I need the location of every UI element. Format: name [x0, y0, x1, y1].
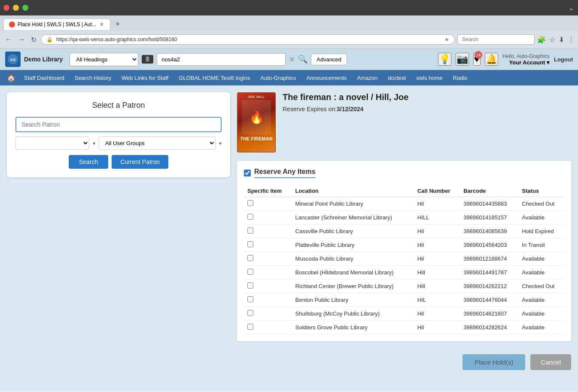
cancel-button[interactable]: Cancel	[530, 354, 571, 370]
item-status-5: Available	[518, 266, 564, 280]
notifications-wrap[interactable]: ♥ 14	[473, 53, 481, 66]
patron-panel-title: Select a Patron	[15, 101, 222, 110]
user-group-select[interactable]: All User Groups	[99, 137, 216, 150]
window-minimize-btn[interactable]	[13, 5, 19, 11]
search-heading-select[interactable]: All Headings	[70, 53, 138, 66]
table-row: Shullsburg (McCoy Public Library) Hil 39…	[244, 307, 564, 321]
search-button[interactable]: Search	[69, 155, 108, 169]
item-location-9: Soldiers Grove Public Library	[292, 321, 414, 334]
item-checkbox-1[interactable]	[247, 214, 253, 220]
nav-doctest[interactable]: doctest	[383, 71, 411, 85]
item-location-5: Boscobel (Hildebrand Memorial Library)	[292, 266, 414, 280]
reserve-any-checkbox[interactable]	[244, 170, 251, 176]
book-cover-title: THE FIREMAN	[240, 136, 272, 141]
header-right: 💡 📷 ♥ 14 🔔 Hello, Auto-Graphics Your Acc…	[438, 53, 573, 66]
settings-button[interactable]: ⋮	[568, 36, 575, 44]
item-checkbox-3[interactable]	[247, 241, 253, 247]
address-bar[interactable]: 🔒 https://qa-swls-verso.auto-graphics.co…	[41, 34, 455, 45]
back-button[interactable]: ←	[3, 34, 14, 45]
bell-icon[interactable]: 🔔	[485, 53, 498, 66]
tab-close-button[interactable]: ✕	[99, 21, 105, 27]
place-hold-button[interactable]: Place Hold(s)	[462, 354, 525, 370]
item-location-6: Richland Center (Brewer Public Library)	[292, 280, 414, 293]
item-checkbox-7[interactable]	[247, 296, 253, 302]
camera-icon[interactable]: 📷	[456, 53, 469, 66]
table-row: Cassville Public Library Hil 39896014085…	[244, 225, 564, 238]
table-row: Muscoda Public Library Hil 3989601218867…	[244, 252, 564, 266]
book-cover: JOE HILL 🔥 THE FIREMAN	[237, 92, 276, 152]
tab-favicon	[9, 21, 15, 27]
item-checkbox-0[interactable]	[247, 200, 253, 206]
account-label[interactable]: Your Account ▾	[502, 59, 550, 66]
address-bar-row: ← → ↻ 🔒 https://qa-swls-verso.auto-graph…	[0, 31, 578, 48]
downloads-button[interactable]: ⬇	[559, 36, 564, 44]
reserve-title: Reserve Any Items	[254, 168, 316, 178]
patron-filter-select[interactable]	[15, 137, 89, 150]
reload-button[interactable]: ↻	[29, 34, 38, 46]
patron-search-input[interactable]	[15, 117, 222, 132]
search-submit-button[interactable]: 🔍	[298, 55, 307, 64]
main-search-input[interactable]	[157, 53, 286, 66]
advanced-search-button[interactable]: Advanced	[311, 54, 347, 65]
item-barcode-9: 39896014282624	[460, 321, 518, 334]
nav-global-home[interactable]: GLOBAL HOME Test6 logins	[173, 71, 255, 85]
expires-date: 3/12/2024	[337, 106, 363, 112]
item-checkbox-2[interactable]	[247, 228, 253, 234]
browser-search-input[interactable]	[457, 34, 535, 45]
table-row: Boscobel (Hildebrand Memorial Library) H…	[244, 266, 564, 280]
home-icon[interactable]: 🏠	[3, 70, 19, 85]
table-row: Platteville Public Library Hil 398960145…	[244, 238, 564, 252]
items-table: Specific Item Location Call Number Barco…	[244, 185, 564, 334]
tab-title: Place Hold | SWLS | SWLS | Aut...	[18, 21, 96, 27]
item-call-number-7: HIL	[414, 293, 460, 307]
item-status-3: In Transit	[518, 238, 564, 252]
item-checkbox-8[interactable]	[247, 310, 253, 316]
browser-toolbar-icons: 🧩 ☆ ⬇ ⋮	[537, 36, 575, 44]
item-location-4: Muscoda Public Library	[292, 252, 414, 266]
clear-search-button[interactable]: ✕	[289, 55, 295, 64]
nav-amazon[interactable]: Amazon	[352, 71, 383, 85]
nav-radio[interactable]: Radio	[448, 71, 473, 85]
nav-announcements[interactable]: Announcements	[301, 71, 352, 85]
window-maximize-btn[interactable]	[22, 5, 28, 11]
lightbulb-icon[interactable]: 💡	[438, 53, 451, 66]
item-call-number-8: Hil	[414, 307, 460, 321]
nav-search-history[interactable]: Search History	[70, 71, 116, 85]
nav-staff-dashboard[interactable]: Staff Dashboard	[19, 71, 70, 85]
item-checkbox-6[interactable]	[247, 283, 253, 289]
item-checkbox-5[interactable]	[247, 269, 253, 275]
item-barcode-1: 39896014185157	[460, 211, 518, 225]
book-cover-inner: JOE HILL 🔥 THE FIREMAN	[237, 93, 275, 152]
item-barcode-0: 39896014435883	[460, 197, 518, 211]
reserve-section: Reserve Any Items Specific Item Location…	[237, 161, 571, 341]
nav-web-links[interactable]: Web Links for Staff	[116, 71, 173, 85]
item-status-2: Hold Expired	[518, 225, 564, 238]
item-checkbox-4[interactable]	[247, 255, 253, 261]
bookmark-button[interactable]: ☆	[549, 36, 555, 44]
item-barcode-4: 39896012188674	[460, 252, 518, 266]
main-content: Select a Patron ▾ All User Groups ▾ Sear…	[0, 85, 578, 392]
item-status-7: Available	[518, 293, 564, 307]
forward-button[interactable]: →	[16, 34, 27, 45]
table-row: Richland Center (Brewer Public Library) …	[244, 280, 564, 293]
nav-swls-home[interactable]: swls home	[411, 71, 447, 85]
item-location-1: Lancaster (Schreiner Memorial Library)	[292, 211, 414, 225]
patron-actions: Search Current Patron	[15, 155, 222, 169]
item-call-number-5: Hill	[414, 266, 460, 280]
item-call-number-3: Hil	[414, 238, 460, 252]
col-status: Status	[518, 185, 564, 197]
new-tab-button[interactable]: +	[112, 19, 124, 30]
item-checkbox-9[interactable]	[247, 324, 253, 330]
book-cover-author: JOE HILL	[248, 95, 265, 98]
account-info[interactable]: Hello, Auto-Graphics Your Account ▾	[502, 53, 550, 66]
extensions-button[interactable]: 🧩	[537, 36, 546, 44]
active-tab[interactable]: Place Hold | SWLS | SWLS | Aut... ✕	[3, 18, 110, 30]
current-patron-button[interactable]: Current Patron	[112, 155, 168, 169]
item-location-2: Cassville Public Library	[292, 225, 414, 238]
items-tbody: Mineral Point Public Library Hil 3989601…	[244, 197, 564, 334]
window-close-btn[interactable]	[3, 5, 9, 11]
patron-panel: Select a Patron ▾ All User Groups ▾ Sear…	[7, 92, 230, 177]
logout-button[interactable]: Logout	[554, 56, 573, 63]
item-barcode-3: 39896014564203	[460, 238, 518, 252]
nav-auto-graphics[interactable]: Auto-Graphics	[256, 71, 301, 85]
